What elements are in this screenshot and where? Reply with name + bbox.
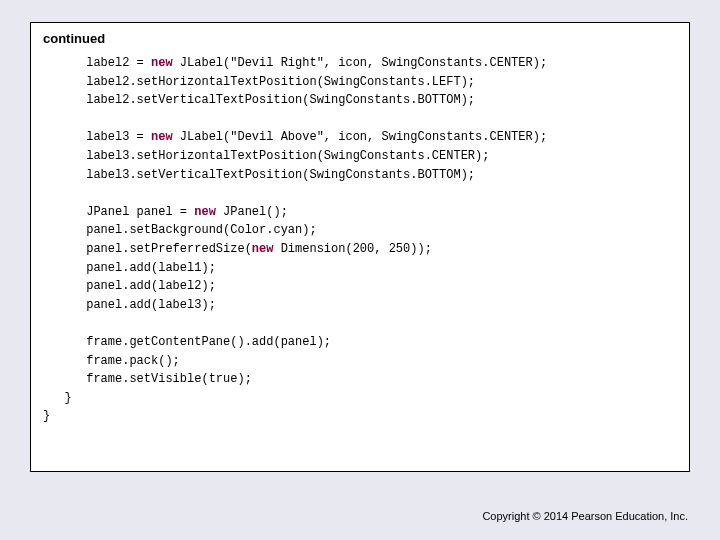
code-line: JLabel("Devil Right", icon, SwingConstan…: [173, 56, 547, 70]
keyword-new: new: [151, 130, 173, 144]
code-line: label2.setVerticalTextPosition(SwingCons…: [43, 93, 475, 107]
code-line: }: [43, 391, 72, 405]
code-line: JLabel("Devil Above", icon, SwingConstan…: [173, 130, 547, 144]
keyword-new: new: [151, 56, 173, 70]
code-line: label2 =: [43, 56, 151, 70]
code-line: label3.setHorizontalTextPosition(SwingCo…: [43, 149, 489, 163]
code-block: label2 = new JLabel("Devil Right", icon,…: [43, 54, 677, 426]
code-line: label3 =: [43, 130, 151, 144]
code-line: JPanel();: [216, 205, 288, 219]
code-line: panel.add(label3);: [43, 298, 216, 312]
code-line: frame.setVisible(true);: [43, 372, 252, 386]
code-line: frame.pack();: [43, 354, 180, 368]
code-line: panel.setPreferredSize(: [43, 242, 252, 256]
code-line: frame.getContentPane().add(panel);: [43, 335, 331, 349]
copyright-notice: Copyright © 2014 Pearson Education, Inc.: [482, 510, 688, 522]
code-line: panel.add(label1);: [43, 261, 216, 275]
continued-heading: continued: [43, 31, 677, 46]
code-line: }: [43, 409, 50, 423]
code-line: JPanel panel =: [43, 205, 194, 219]
code-line: panel.add(label2);: [43, 279, 216, 293]
code-line: panel.setBackground(Color.cyan);: [43, 223, 317, 237]
code-line: label3.setVerticalTextPosition(SwingCons…: [43, 168, 475, 182]
slide-frame: continued label2 = new JLabel("Devil Rig…: [30, 22, 690, 472]
keyword-new: new: [252, 242, 274, 256]
keyword-new: new: [194, 205, 216, 219]
code-line: Dimension(200, 250));: [273, 242, 431, 256]
code-line: label2.setHorizontalTextPosition(SwingCo…: [43, 75, 475, 89]
